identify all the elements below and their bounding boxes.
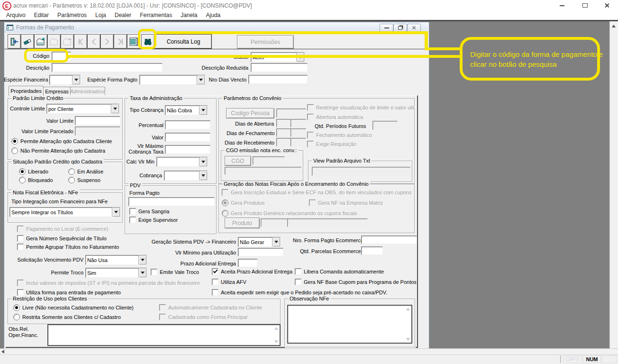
radio-restrita[interactable]: Restrita Somente aos Clientes c/ Cadastr… xyxy=(13,314,121,320)
exit-button[interactable] xyxy=(8,34,21,49)
radio-em-analise[interactable]: Em Análise xyxy=(68,168,103,175)
valor-limite-input[interactable] xyxy=(75,116,120,125)
checkbox-exige-supervisor[interactable]: Exige Supervisor xyxy=(129,217,178,223)
child-restore-button[interactable] xyxy=(393,24,407,32)
tab-propriedades[interactable]: Propriedades xyxy=(9,86,44,96)
tipo-integracao-select[interactable]: Sempre Integrar os Títulos xyxy=(9,207,120,217)
menu-arquivo[interactable]: Arquivo xyxy=(2,12,30,18)
scroll-up-icon[interactable] xyxy=(274,327,278,330)
add-record-button[interactable] xyxy=(34,34,47,49)
vlr-minimo-input[interactable] xyxy=(238,248,283,256)
chevron-down-icon[interactable] xyxy=(199,157,207,166)
checkbox-permite-agrupar[interactable]: Permite Agrupar Títulos no Faturamento xyxy=(17,244,119,250)
radio-nao-permite-alteracao[interactable]: Não Permite Alteração qdo Cadastra xyxy=(11,147,105,154)
geracao-sistema-select[interactable]: Não Gerar xyxy=(238,237,281,247)
calc-vlr-min-select[interactable] xyxy=(156,157,208,167)
forma-pagto-input[interactable] xyxy=(128,197,215,206)
checkbox-emite-vale-troco[interactable]: Emite Vale Troco xyxy=(151,269,199,275)
permissoes-button[interactable]: Permissões xyxy=(237,35,294,49)
checkbox-label: Gera NF Base Cupom para Programa de Pont… xyxy=(304,279,417,285)
scroll-down-icon[interactable] xyxy=(406,338,410,341)
controle-limite-value: por Cliente xyxy=(47,106,111,112)
vlr-maximo-label-1: Vlr Máximo xyxy=(130,143,164,149)
vertical-scrollbar[interactable] xyxy=(609,21,618,348)
close-button[interactable] xyxy=(596,0,617,10)
percentual-input[interactable] xyxy=(165,120,210,129)
prior-record-button[interactable] xyxy=(87,34,100,49)
radio-bloqueado[interactable]: Bloqueado xyxy=(19,177,53,183)
scroll-down-icon[interactable] xyxy=(274,340,278,343)
checkbox-fechamento-automatico: Fechamento automático xyxy=(307,132,372,138)
chevron-down-icon[interactable] xyxy=(138,255,146,264)
menu-ferramentas[interactable]: Ferramentas xyxy=(136,12,176,18)
chevron-down-icon[interactable] xyxy=(199,106,207,115)
clear-button[interactable] xyxy=(21,34,34,49)
scroll-up-icon[interactable] xyxy=(406,308,410,310)
radio-liberado[interactable]: Liberado xyxy=(19,168,48,175)
menu-dealer[interactable]: Dealer xyxy=(110,12,136,18)
checkbox-utiliza-afv[interactable]: Utiliza AFV xyxy=(212,279,246,285)
chevron-down-icon[interactable] xyxy=(272,237,280,246)
minimize-button[interactable] xyxy=(552,0,573,10)
qtd-parcelas-input[interactable] xyxy=(361,246,383,255)
controle-limite-select[interactable]: por Cliente xyxy=(46,104,119,114)
vlr-maximo-input[interactable] xyxy=(165,145,210,154)
next-record-button[interactable] xyxy=(100,34,114,49)
chevron-down-icon[interactable] xyxy=(111,104,119,113)
obs-rel-textarea[interactable] xyxy=(47,324,281,346)
scroll-up-icon[interactable] xyxy=(612,25,616,27)
menu-ajuda[interactable]: Ajuda xyxy=(202,12,225,18)
prazo-adicional-input[interactable] xyxy=(238,259,258,267)
checkbox-gera-numero-sequencial[interactable]: Gera Número Sequêncial de Título xyxy=(17,235,107,242)
especie-financeira-select[interactable] xyxy=(49,75,81,85)
first-record-button[interactable] xyxy=(74,34,87,49)
solicitacao-vencimento-select[interactable]: Não Usa xyxy=(85,255,147,265)
child-close-button[interactable] xyxy=(407,24,421,32)
consulta-log-button[interactable]: Consulta Log xyxy=(155,34,212,49)
radio-livre[interactable]: Livre (Não necessita Cadastramento no Cl… xyxy=(13,304,134,311)
permite-troco-label: Permite Troco xyxy=(43,270,83,275)
last-record-button[interactable] xyxy=(114,34,127,49)
checkbox-utiliza-forma-entrada[interactable]: Utiliza forma para entrada de pagamento xyxy=(17,289,121,296)
descricao-input[interactable] xyxy=(52,63,163,72)
solicitacao-vencimento-value: Não Usa xyxy=(86,257,138,263)
checkbox-aceita-expedir[interactable]: Aceita expedir sem exigir que o Pedido s… xyxy=(212,289,387,296)
valor-input[interactable] xyxy=(165,133,210,142)
chevron-down-icon[interactable] xyxy=(72,75,80,84)
menu-janela[interactable]: Janela xyxy=(176,12,201,18)
scroll-left-icon[interactable] xyxy=(1,350,4,354)
folder-minus-icon xyxy=(63,37,72,46)
chevron-down-icon[interactable] xyxy=(197,75,205,84)
chevron-down-icon[interactable] xyxy=(199,171,207,180)
checkbox-aceita-prazo[interactable]: Aceita Prazo Adicional Entrega xyxy=(212,268,292,275)
especie-forma-pagto-select[interactable] xyxy=(139,75,205,85)
chevron-down-icon[interactable] xyxy=(138,268,146,277)
menu-editar[interactable]: Editar xyxy=(30,12,53,18)
vlr-maximo-label-2: Cobrança Taxa xyxy=(127,149,164,155)
maximize-button[interactable] xyxy=(574,0,595,10)
especie-forma-pagto-label: Espécie Forma Pagto xyxy=(83,77,137,82)
tab-administradora[interactable]: Administradora xyxy=(70,87,105,96)
checkbox-gera-sangria[interactable]: Gera Sangria xyxy=(129,208,169,215)
cobranca-select[interactable] xyxy=(164,171,208,181)
nro-forma-ecommerce-input[interactable] xyxy=(361,236,417,244)
edit-record-button[interactable] xyxy=(47,34,61,49)
child-minimize-button[interactable] xyxy=(380,24,393,32)
tab-empresas[interactable]: Empresas xyxy=(43,87,71,96)
tipo-cobranca-select[interactable]: Não Cobra xyxy=(165,105,208,115)
delete-record-button[interactable] xyxy=(61,34,74,49)
folder-plus-icon xyxy=(36,37,45,46)
menu-loja[interactable]: Loja xyxy=(91,12,110,18)
nro-dias-vencto-input[interactable] xyxy=(248,75,308,84)
permite-troco-select[interactable]: Sim xyxy=(85,268,147,278)
observacao-nfe-textarea[interactable] xyxy=(287,305,412,344)
radio-suspenso[interactable]: Suspenso xyxy=(68,177,100,183)
horizontal-scrollbar[interactable] xyxy=(0,348,618,355)
radio-permite-alteracao[interactable]: Permite Alteração qdo Cadastra Cliente xyxy=(11,138,112,145)
child-minimize-icon xyxy=(384,27,389,28)
checkbox-libera-comanda[interactable]: Libera Comanda automaticamente xyxy=(295,268,384,275)
descricao-reduzida-input[interactable] xyxy=(251,63,308,72)
chevron-down-icon[interactable] xyxy=(112,208,120,217)
checkbox-gera-nf-base-cupom[interactable]: Gera NF Base Cupom para Programa de Pont… xyxy=(295,279,417,285)
menu-parametros[interactable]: Parâmetros xyxy=(53,12,91,18)
